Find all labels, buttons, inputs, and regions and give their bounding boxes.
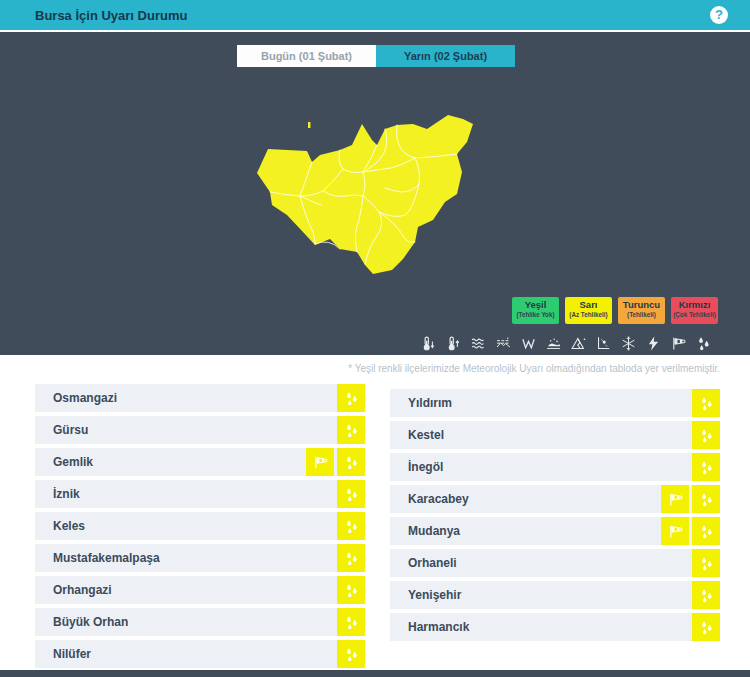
legend-sublabel: (Tehlikeli) (618, 311, 665, 318)
rain-icon[interactable] (337, 384, 365, 412)
district-name: Yıldırım (390, 396, 452, 410)
district-row[interactable]: Karacabey (390, 485, 720, 513)
legend-item: Turuncu (Tehlikeli) (618, 297, 665, 324)
district-name: Nilüfer (35, 647, 91, 661)
legend-sublabel: (Çok Tehlikeli) (671, 311, 718, 318)
legend-note: * Yeşil renkli ilçelerimizde Meteoroloji… (35, 360, 720, 384)
district-warnings (337, 576, 365, 604)
rain-icon[interactable] (337, 576, 365, 604)
district-name: Karacabey (390, 492, 469, 506)
district-row[interactable]: Mustafakemalpaşa (35, 544, 365, 572)
fog-icon (495, 335, 512, 352)
district-warnings (692, 453, 720, 481)
rockfall-icon (595, 335, 612, 352)
district-row[interactable]: Kestel (390, 421, 720, 449)
warning-level-legend: Yeşil (Tehlike Yok) Sarı (Az Tehlikeli) … (512, 297, 718, 324)
district-warnings (692, 549, 720, 577)
avalanche-icon (570, 335, 587, 352)
warning-map-panel: Bugün (01 Şubat) Yarın (02 Şubat) (0, 32, 750, 355)
district-name: Gemlik (35, 455, 93, 469)
district-warnings (337, 480, 365, 508)
rain-icon[interactable] (337, 480, 365, 508)
tab-today[interactable]: Bugün (01 Şubat) (237, 45, 376, 67)
district-warnings (337, 512, 365, 540)
rain-icon[interactable] (692, 389, 720, 417)
district-name: Keles (35, 519, 85, 533)
legend-label: Turuncu (618, 300, 665, 311)
district-row[interactable]: Mudanya (390, 517, 720, 545)
rain-icon[interactable] (337, 608, 365, 636)
rain-icon[interactable] (337, 544, 365, 572)
day-tabs: Bugün (01 Şubat) Yarın (02 Şubat) (237, 45, 515, 67)
rain-icon[interactable] (692, 517, 720, 545)
district-name: Yenişehir (390, 588, 461, 602)
rain-icon[interactable] (337, 512, 365, 540)
lightning-icon (645, 335, 662, 352)
title-bar: Bursa İçin Uyarı Durumu ? (0, 0, 750, 32)
rain-icon[interactable] (337, 448, 365, 476)
district-name: Gürsu (35, 423, 88, 437)
bottom-bar (0, 670, 750, 677)
rain-icon[interactable] (692, 421, 720, 449)
legend-label: Sarı (565, 300, 612, 311)
district-row[interactable]: İznik (35, 480, 365, 508)
district-row[interactable]: Yıldırım (390, 389, 720, 417)
sea-storm-icon (470, 335, 487, 352)
district-warnings (337, 416, 365, 444)
district-warning-table: * Yeşil renkli ilçelerimizde Meteoroloji… (0, 355, 750, 672)
district-row[interactable]: İnegöl (390, 453, 720, 481)
district-row[interactable]: Yenişehir (390, 581, 720, 609)
warning-type-icon-strip (420, 335, 712, 352)
district-warnings (692, 389, 720, 417)
legend-label: Kırmızı (671, 300, 718, 311)
legend-sublabel: (Az Tehlikeli) (565, 311, 612, 318)
district-row[interactable]: Büyük Orhan (35, 608, 365, 636)
snowflake-icon (620, 335, 637, 352)
tab-tomorrow[interactable]: Yarın (02 Şubat) (376, 45, 515, 67)
district-name: İnegöl (390, 460, 443, 474)
district-row[interactable]: Harmancık (390, 613, 720, 641)
windsock-icon[interactable] (661, 517, 689, 545)
district-row[interactable]: Nilüfer (35, 640, 365, 668)
district-name: Mudanya (390, 524, 460, 538)
rain-icon[interactable] (337, 416, 365, 444)
legend-label: Yeşil (512, 300, 559, 311)
legend-item: Kırmızı (Çok Tehlikeli) (671, 297, 718, 324)
legend-sublabel: (Tehlike Yok) (512, 311, 559, 318)
island-shape (308, 122, 310, 128)
district-name: Büyük Orhan (35, 615, 128, 629)
district-name: İznik (35, 487, 80, 501)
rain-icon[interactable] (692, 453, 720, 481)
district-warnings (306, 448, 365, 476)
legend-item: Sarı (Az Tehlikeli) (565, 297, 612, 324)
rain-icon[interactable] (692, 485, 720, 513)
rain-icon[interactable] (692, 613, 720, 641)
district-row[interactable]: Keles (35, 512, 365, 540)
district-row[interactable]: Orhaneli (390, 549, 720, 577)
rain-icon[interactable] (692, 549, 720, 577)
district-row[interactable]: Osmangazi (35, 384, 365, 412)
windsock-icon (670, 335, 687, 352)
rain-icon (695, 335, 712, 352)
page-title: Bursa İçin Uyarı Durumu (35, 8, 187, 23)
thermometer-high-icon (445, 335, 462, 352)
legend-item: Yeşil (Tehlike Yok) (512, 297, 559, 324)
district-column-left: Osmangazi Gürsu Gemlik İznik (35, 384, 365, 672)
district-warnings (661, 517, 720, 545)
district-row[interactable]: Gürsu (35, 416, 365, 444)
district-name: Harmancık (390, 620, 469, 634)
district-warnings (337, 640, 365, 668)
district-column-right: Yıldırım Kestel İnegöl Karacabey (390, 389, 720, 645)
district-row[interactable]: Gemlik (35, 448, 365, 476)
district-row[interactable]: Orhangazi (35, 576, 365, 604)
rain-icon[interactable] (337, 640, 365, 668)
windsock-icon[interactable] (661, 485, 689, 513)
rain-icon[interactable] (692, 581, 720, 609)
bursa-district-map[interactable] (253, 112, 483, 277)
district-name: Orhaneli (390, 556, 457, 570)
district-name: Kestel (390, 428, 444, 442)
district-warnings (337, 608, 365, 636)
help-icon[interactable]: ? (710, 6, 728, 24)
district-name: Orhangazi (35, 583, 112, 597)
windsock-icon[interactable] (306, 448, 334, 476)
